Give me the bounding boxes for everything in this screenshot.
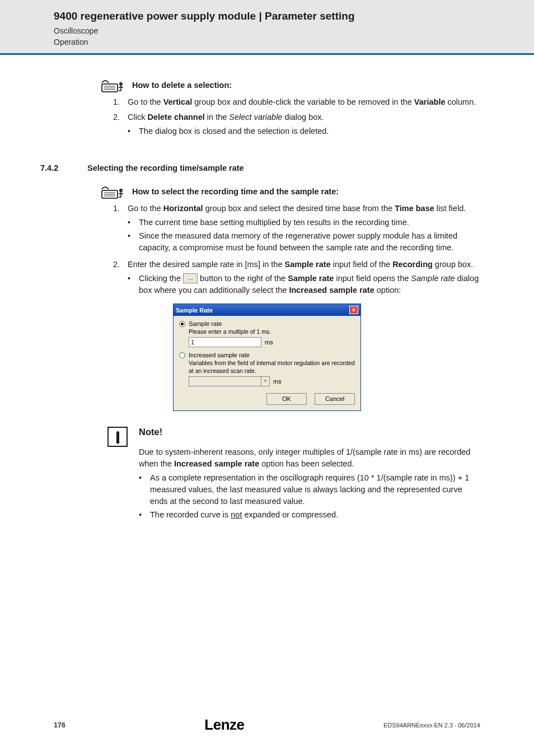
radio-icon — [179, 321, 185, 327]
procedure-1-steps: 1. Go to the Vertical group box and doub… — [113, 96, 480, 139]
cancel-button[interactable]: Cancel — [315, 393, 355, 405]
step-2: 2. Click Delete channel in the Select va… — [113, 111, 480, 139]
note-title: Note! — [139, 427, 480, 437]
dialog-titlebar: Sample Rate × — [174, 304, 360, 316]
ok-button[interactable]: OK — [266, 393, 307, 405]
radio-label: Sample rate — [189, 320, 222, 327]
step-2: 2. Enter the desired sample rate in [ms]… — [113, 259, 480, 298]
unit-label: ms — [273, 378, 282, 385]
procedure-2-steps: 1. Go to the Horizontal group box and se… — [113, 203, 480, 298]
unit-label: ms — [265, 339, 273, 346]
close-icon[interactable]: × — [349, 306, 358, 314]
step-body: Go to the Horizontal group box and selec… — [128, 203, 480, 255]
page-footer: 176 Lenze EDS94ARNExxxx EN 2.3 · 06/2014 — [0, 716, 534, 734]
dropdown-icon: ▼ — [261, 376, 270, 386]
note-block: Note! Due to system-inherent reasons, on… — [107, 427, 480, 522]
procedure-icon — [101, 184, 128, 199]
page-header: 9400 regenerative power supply module | … — [0, 0, 534, 55]
doc-sub-1: Oscilloscope — [54, 26, 534, 37]
procedure-heading-delete: How to delete a selection: — [101, 77, 480, 93]
note-bullet: • As a complete representation in the os… — [139, 472, 480, 507]
radio-sample-rate[interactable]: Sample rate — [179, 320, 355, 327]
procedure-label: How to select the recording time and the… — [132, 187, 339, 196]
brand-logo: Lenze — [204, 716, 244, 734]
step-body: Click Delete channel in the Select varia… — [128, 111, 480, 139]
radio-label: Increased sample rate — [189, 352, 250, 358]
sub-bullet: • The current time base setting multipli… — [128, 217, 480, 228]
step-number: 1. — [113, 96, 128, 108]
step-body: Go to the Vertical group box and double-… — [128, 96, 480, 108]
note-body: Due to system-inherent reasons, only int… — [139, 446, 480, 521]
procedure-heading-record: How to select the recording time and the… — [101, 184, 480, 199]
sub-bullet: • Since the measured data memory of the … — [128, 230, 480, 254]
radio-increased-sample-rate[interactable]: Increased sample rate — [179, 352, 355, 358]
section-number: 7.4.2 — [40, 164, 87, 172]
step-1: 1. Go to the Vertical group box and doub… — [113, 96, 480, 108]
step-1: 1. Go to the Horizontal group box and se… — [113, 203, 480, 255]
note-bullet: • The recorded curve is not expanded or … — [139, 509, 480, 521]
section-heading: 7.4.2 Selecting the recording time/sampl… — [47, 164, 480, 172]
sample-rate-hint: Please enter a multiple of 1 ms. — [189, 328, 355, 335]
dialog-title: Sample Rate — [176, 307, 213, 314]
sample-rate-dialog-figure: Sample Rate × Sample rate Please enter a… — [54, 304, 480, 410]
step-body: Enter the desired sample rate in [ms] in… — [128, 259, 480, 298]
step-number: 2. — [113, 259, 128, 298]
sub-bullet-body: Clicking the ... button to the right of … — [139, 273, 480, 296]
step-number: 1. — [113, 203, 128, 255]
sub-bullet: • Clicking the ... button to the right o… — [128, 273, 480, 296]
sub-bullet: • The dialog box is closed and the selec… — [128, 125, 480, 137]
radio-icon — [179, 352, 185, 358]
section-title: Selecting the recording time/sample rate — [87, 164, 244, 172]
sample-rate-input[interactable] — [189, 337, 261, 347]
page-number: 176 — [54, 721, 65, 729]
doc-id: EDS94ARNExxxx EN 2.3 · 06/2014 — [383, 722, 480, 729]
sample-rate-dialog: Sample Rate × Sample rate Please enter a… — [173, 304, 361, 410]
page-content: How to delete a selection: 1. Go to the … — [0, 55, 534, 522]
procedure-icon — [101, 77, 128, 93]
info-icon — [107, 427, 128, 447]
step-number: 2. — [113, 111, 128, 139]
dialog-body: Sample rate Please enter a multiple of 1… — [174, 316, 360, 410]
increased-rate-input — [189, 376, 261, 386]
doc-sub-2: Operation — [54, 37, 534, 48]
increased-hint: Variables from the field of internal mot… — [189, 360, 355, 374]
ellipsis-button-icon: ... — [183, 273, 198, 283]
procedure-label: How to delete a selection: — [132, 81, 232, 90]
doc-title: 9400 regenerative power supply module | … — [54, 10, 534, 22]
